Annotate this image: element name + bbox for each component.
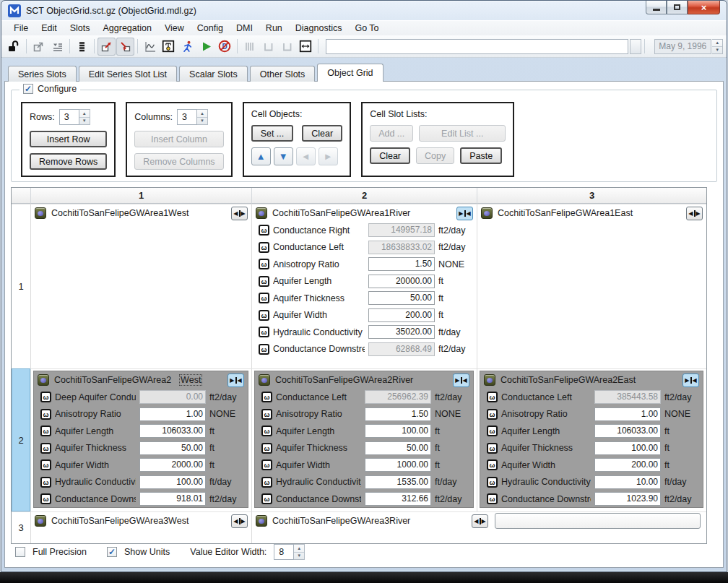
slot-value-editor[interactable]: 918.01 bbox=[139, 492, 206, 506]
columns-spin-arrows[interactable]: ▲▼ bbox=[197, 109, 208, 125]
collapse-cell-button[interactable]: ▶◀ bbox=[228, 373, 244, 387]
menu-aggregation[interactable]: Aggregation bbox=[97, 22, 158, 34]
slot-value-editor[interactable]: 35020.00 bbox=[368, 325, 435, 339]
remove-rows-button[interactable]: Remove Rows bbox=[30, 153, 107, 170]
slot-value-editor[interactable]: 1.00 bbox=[139, 407, 206, 421]
expand-cell-button[interactable]: ◀▶ bbox=[231, 514, 248, 528]
expand-cell-button[interactable]: ◀▶ bbox=[686, 207, 703, 220]
slot-list-paste-button[interactable]: Paste bbox=[460, 147, 502, 164]
grid-cell-r1c2[interactable]: CochitiToSanFelipeGWArea1River▶◀ωConduct… bbox=[251, 204, 477, 368]
insert-row-button[interactable]: Insert Row bbox=[30, 131, 107, 147]
grid-cell-r3c1[interactable]: CochitiToSanFelipeGWArea3West◀▶ bbox=[30, 511, 251, 543]
plot-icon[interactable] bbox=[141, 38, 159, 56]
collapse-cell-button[interactable]: ▶◀ bbox=[682, 373, 699, 387]
windows-taskbar[interactable] bbox=[0, 572, 728, 583]
grid-row-header-2[interactable]: 2 bbox=[12, 368, 30, 511]
slot-value-editor[interactable]: 1.00 bbox=[594, 407, 661, 421]
value-editor-spin-arrows[interactable]: ▲▼ bbox=[294, 544, 305, 560]
slot-value-editor[interactable]: 50.00 bbox=[368, 291, 435, 305]
lock-open-icon[interactable] bbox=[5, 38, 23, 56]
expand-cell-button[interactable]: ◀▶ bbox=[231, 207, 248, 220]
sct-config-icon[interactable] bbox=[160, 38, 178, 56]
cell-objects-clear-button[interactable]: Clear bbox=[302, 125, 342, 142]
grid-row-header-3[interactable]: 3 bbox=[12, 511, 30, 543]
grid-column-header-2[interactable]: 2 bbox=[251, 188, 477, 204]
slot-value-editor[interactable]: 2000.00 bbox=[139, 458, 206, 472]
menu-file[interactable]: File bbox=[7, 22, 35, 34]
rows-spinbox[interactable]: 3 ▲▼ bbox=[59, 109, 90, 125]
cell-slot-lists-groupbox: Cell Slot Lists: Add ... Edit List ... C… bbox=[361, 102, 514, 177]
import-dmi-icon[interactable] bbox=[116, 38, 134, 56]
slot-value-editor[interactable]: 1.50 bbox=[365, 407, 431, 421]
slot-value-editor[interactable]: 1023.90 bbox=[594, 492, 661, 506]
grid-cell-r2c1[interactable]: CochitiToSanFelipeGWArea2West▶◀ωDeep Aqu… bbox=[30, 368, 251, 511]
sort-rows-icon[interactable] bbox=[48, 38, 66, 56]
rows-spin-arrows[interactable]: ▲▼ bbox=[79, 109, 90, 125]
run-control-icon[interactable] bbox=[178, 38, 196, 56]
tab-object-grid[interactable]: Object Grid bbox=[317, 64, 383, 82]
grid-row-header-1[interactable]: 1 bbox=[12, 204, 30, 368]
tab-series-slots[interactable]: Series Slots bbox=[8, 66, 77, 82]
slot-value-editor[interactable]: 100.00 bbox=[365, 424, 431, 438]
grid-cell-r2c3[interactable]: CochitiToSanFelipeGWArea2East▶◀ωConducta… bbox=[477, 368, 706, 511]
tab-scalar-slots[interactable]: Scalar Slots bbox=[179, 66, 248, 82]
export-dmi-icon[interactable] bbox=[98, 38, 116, 56]
grid-cell-r3c2[interactable]: CochitiToSanFelipeGWArea3River◀▶ bbox=[251, 511, 706, 543]
full-precision-checkbox[interactable]: ✓ bbox=[15, 547, 25, 557]
menu-view[interactable]: View bbox=[158, 22, 191, 34]
grid-column-header-1[interactable]: 1 bbox=[30, 188, 251, 204]
tab-other-slots[interactable]: Other Slots bbox=[250, 66, 316, 82]
collapse-cell-button[interactable]: ▶◀ bbox=[453, 373, 469, 387]
slot-value-editor[interactable]: 1535.00 bbox=[365, 475, 431, 489]
slot-value-editor[interactable]: 200.00 bbox=[368, 308, 435, 322]
slot-value-editor[interactable]: 200.00 bbox=[594, 458, 661, 472]
grid-cell-r1c1[interactable]: CochitiToSanFelipeGWArea1West◀▶ bbox=[30, 204, 251, 368]
menu-diagnostics[interactable]: Diagnostics bbox=[289, 22, 349, 34]
menu-slots[interactable]: Slots bbox=[64, 22, 97, 34]
menu-config[interactable]: Config bbox=[191, 22, 230, 34]
toolbar-filter-input[interactable] bbox=[326, 39, 628, 54]
slot-value-editor[interactable]: 312.66 bbox=[365, 492, 431, 506]
value-editor-width-spinbox[interactable]: 8 ▲▼ bbox=[274, 544, 305, 560]
move-up-button[interactable]: ▲ bbox=[251, 147, 271, 165]
stop-run-icon[interactable]: D bbox=[216, 38, 234, 56]
slot-value-editor[interactable]: 1.50 bbox=[368, 257, 435, 271]
menu-go-to[interactable]: Go To bbox=[348, 22, 385, 34]
maximize-button[interactable] bbox=[667, 1, 688, 14]
grid-cell-r2c2[interactable]: CochitiToSanFelipeGWArea2River▶◀ωConduct… bbox=[251, 368, 477, 511]
toolbar-filter-button[interactable] bbox=[630, 39, 641, 54]
menu-dmi[interactable]: DMI bbox=[230, 22, 259, 34]
minimize-button[interactable] bbox=[646, 1, 667, 14]
cell-horizontal-strip[interactable] bbox=[495, 513, 701, 529]
start-run-icon[interactable] bbox=[197, 38, 215, 56]
slot-dialog-icon[interactable] bbox=[30, 38, 48, 56]
grid-column-header-3[interactable]: 3 bbox=[477, 188, 706, 204]
configure-checkbox[interactable]: ✓ bbox=[23, 84, 33, 94]
close-button[interactable]: × bbox=[688, 1, 720, 14]
slot-value-editor[interactable]: 50.00 bbox=[365, 441, 431, 455]
scalar-slot-icon: ω bbox=[261, 409, 272, 420]
show-units-checkbox[interactable]: ✓ bbox=[107, 547, 117, 557]
slot-value-editor[interactable]: 20000.00 bbox=[368, 275, 435, 288]
slot-value-editor[interactable]: 50.00 bbox=[139, 441, 206, 455]
expand-cell-button[interactable]: ◀▶ bbox=[472, 514, 488, 528]
slot-list-clear-button[interactable]: Clear bbox=[370, 147, 410, 164]
slot-value-editor[interactable]: 10.00 bbox=[594, 475, 661, 489]
collapse-cell-button[interactable]: ▶◀ bbox=[456, 207, 473, 220]
timestep-date-field[interactable]: May 9, 1996 bbox=[654, 39, 711, 54]
list-icon[interactable] bbox=[73, 38, 91, 56]
columns-spinbox[interactable]: 3 ▲▼ bbox=[177, 109, 208, 125]
cell-objects-set-button[interactable]: Set ... bbox=[251, 125, 294, 142]
menu-run[interactable]: Run bbox=[259, 22, 289, 34]
slot-value-editor[interactable]: 1000.00 bbox=[365, 458, 431, 472]
grid-cell-r1c3[interactable]: CochitiToSanFelipeGWArea1East◀▶ bbox=[477, 204, 706, 368]
move-down-button[interactable]: ▼ bbox=[274, 147, 293, 165]
slot-value-editor[interactable]: 100.00 bbox=[139, 475, 206, 489]
slot-value-editor[interactable]: 106033.00 bbox=[594, 424, 661, 438]
slot-value-editor[interactable]: 100.00 bbox=[594, 441, 661, 455]
fit-width-icon[interactable] bbox=[297, 38, 315, 56]
timestep-date-spinner[interactable]: ▲▼ bbox=[712, 39, 722, 54]
menu-edit[interactable]: Edit bbox=[35, 22, 64, 34]
tab-edit-series-slot-list[interactable]: Edit Series Slot List bbox=[79, 66, 177, 82]
slot-value-editor[interactable]: 106033.00 bbox=[139, 424, 206, 438]
